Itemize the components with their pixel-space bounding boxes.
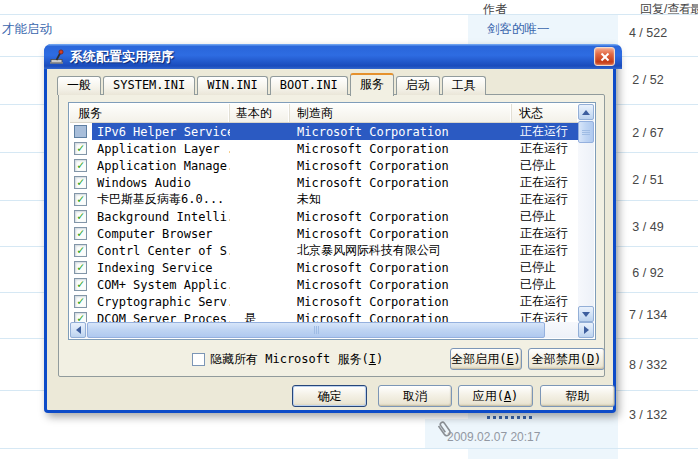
service-checkbox-checked[interactable]: ✓	[74, 176, 87, 189]
dialog-titlebar[interactable]: 系统配置实用程序	[44, 44, 622, 69]
replies-views-value: 2 / 51	[612, 173, 684, 187]
services-list[interactable]: 服务 基本的 制造商 状态 IPv6 Helper ServiceMicroso…	[68, 102, 596, 340]
service-manufacturer: Microsoft Corporation	[290, 176, 512, 190]
service-row-main[interactable]: Windows AudioMicrosoft Corporation正在运行	[92, 174, 578, 191]
arrow-left-icon	[76, 326, 81, 334]
service-row[interactable]: ✓Contrl Center of S...北京暴风网际科技有限公司正在运行	[70, 242, 578, 259]
author-link[interactable]: 剑客的唯一	[487, 21, 550, 38]
replies-views-value: 8 / 332	[612, 358, 684, 372]
service-checkbox-checked[interactable]: ✓	[74, 278, 87, 291]
replies-views-value: 2 / 52	[612, 73, 684, 87]
service-row[interactable]: ✓卡巴斯基反病毒6.0...未知正在运行	[70, 191, 578, 208]
scroll-up-button[interactable]	[578, 104, 594, 120]
hide-microsoft-services-checkbox[interactable]	[192, 353, 205, 366]
tab-boot-ini[interactable]: BOOT.INI	[270, 76, 348, 95]
service-row[interactable]: ✓Application Layer ...Microsoft Corporat…	[70, 140, 578, 157]
scroll-left-button[interactable]	[70, 322, 86, 338]
service-checkbox-checked[interactable]: ✓	[74, 244, 87, 257]
service-checkbox-checked[interactable]: ✓	[74, 159, 87, 172]
service-name: Application Layer ...	[92, 142, 230, 156]
service-status: 已停止	[512, 259, 578, 276]
arrow-right-icon	[584, 326, 589, 334]
service-checkbox-zone: ✓	[70, 210, 92, 223]
service-row-main[interactable]: Cryptographic Serv...Microsoft Corporati…	[92, 293, 578, 310]
service-name: Background Intelli...	[92, 210, 230, 224]
service-checkbox-unchecked[interactable]	[74, 125, 87, 138]
service-row-main[interactable]: COM+ System Applic...Microsoft Corporati…	[92, 276, 578, 293]
horizontal-scroll-thumb[interactable]	[87, 322, 545, 338]
service-name: 卡巴斯基反病毒6.0...	[92, 191, 230, 208]
horizontal-scrollbar[interactable]	[70, 322, 594, 338]
partially-hidden-author-link[interactable]	[487, 416, 533, 419]
service-row[interactable]: ✓Cryptographic Serv...Microsoft Corporat…	[70, 293, 578, 310]
service-manufacturer: Microsoft Corporation	[290, 295, 512, 309]
service-row-main[interactable]: IPv6 Helper ServiceMicrosoft Corporation…	[92, 123, 578, 140]
tab-启动[interactable]: 启动	[396, 76, 440, 95]
service-manufacturer: Microsoft Corporation	[290, 278, 512, 292]
service-row-main[interactable]: Computer BrowserMicrosoft Corporation正在运…	[92, 225, 578, 242]
forum-header-author: 作者	[483, 1, 507, 18]
service-status: 正在运行	[512, 191, 578, 208]
service-checkbox-zone: ✓	[70, 278, 92, 291]
service-row-main[interactable]: Contrl Center of S...北京暴风网际科技有限公司正在运行	[92, 242, 578, 259]
service-checkbox-checked[interactable]: ✓	[74, 210, 87, 223]
service-row-main[interactable]: Application Layer ...Microsoft Corporati…	[92, 140, 578, 157]
screen: 作者 回复/查看 最后发表 才能启动 剑客的唯一 4 / 5222 / 522 …	[0, 0, 698, 459]
service-row[interactable]: ✓Background Intelli...Microsoft Corporat…	[70, 208, 578, 225]
msconfig-dialog: 系统配置实用程序 一般SYSTEM.INIWIN.INIBOOT.INI服务启动…	[44, 44, 616, 413]
service-name: Application Manage...	[92, 159, 230, 173]
tab-win-ini[interactable]: WIN.INI	[197, 76, 268, 95]
tab-工具[interactable]: 工具	[442, 76, 486, 95]
close-button[interactable]	[594, 47, 615, 66]
service-manufacturer: Microsoft Corporation	[290, 159, 512, 173]
replies-views-value: 3 / 132	[612, 408, 684, 422]
service-checkbox-checked[interactable]: ✓	[74, 142, 87, 155]
tab-服务[interactable]: 服务	[350, 73, 394, 96]
close-icon	[600, 52, 610, 62]
service-row-main[interactable]: Application Manage...Microsoft Corporati…	[92, 157, 578, 174]
service-row[interactable]: ✓Computer BrowserMicrosoft Corporation正在…	[70, 225, 578, 242]
service-status: 正在运行	[512, 140, 578, 157]
service-checkbox-checked[interactable]: ✓	[74, 227, 87, 240]
service-name: Contrl Center of S...	[92, 244, 230, 258]
service-row[interactable]: ✓COM+ System Applic...Microsoft Corporat…	[70, 276, 578, 293]
service-row[interactable]: ✓Windows AudioMicrosoft Corporation正在运行	[70, 174, 578, 191]
service-row-main[interactable]: Indexing ServiceMicrosoft Corporation已停止	[92, 259, 578, 276]
scroll-down-button[interactable]	[578, 306, 594, 322]
tab-一般[interactable]: 一般	[57, 76, 101, 95]
column-header-essential[interactable]: 基本的	[230, 104, 290, 122]
service-checkbox-checked[interactable]: ✓	[74, 261, 87, 274]
service-manufacturer: Microsoft Corporation	[290, 210, 512, 224]
replies-views-value: 7 / 134	[612, 308, 684, 322]
cancel-button[interactable]: 取消	[378, 385, 452, 407]
service-checkbox-zone	[70, 125, 92, 138]
column-header-service[interactable]: 服务	[70, 104, 230, 122]
service-manufacturer: Microsoft Corporation	[290, 125, 512, 139]
vertical-scrollbar[interactable]	[578, 104, 594, 322]
enable-all-button[interactable]: 全部启用(E)	[450, 348, 522, 370]
service-row[interactable]: ✓Indexing ServiceMicrosoft Corporation已停…	[70, 259, 578, 276]
service-checkbox-zone: ✓	[70, 295, 92, 308]
column-header-status[interactable]: 状态	[512, 104, 578, 122]
thread-title-link-fragment[interactable]: 才能启动	[2, 21, 52, 38]
vertical-scroll-thumb[interactable]	[578, 121, 594, 143]
service-row[interactable]: ✓Application Manage...Microsoft Corporat…	[70, 157, 578, 174]
column-header-manufacturer[interactable]: 制造商	[290, 104, 512, 122]
forum-row-separator	[0, 14, 698, 15]
apply-button[interactable]: 应用(A)	[458, 385, 533, 407]
service-row-main[interactable]: 卡巴斯基反病毒6.0...未知正在运行	[92, 191, 578, 208]
service-manufacturer: Microsoft Corporation	[290, 261, 512, 275]
ok-button[interactable]: 确定	[292, 385, 367, 407]
service-checkbox-checked[interactable]: ✓	[74, 295, 87, 308]
tab-system-ini[interactable]: SYSTEM.INI	[103, 76, 195, 95]
service-name: Computer Browser	[92, 227, 230, 241]
services-list-header: 服务 基本的 制造商 状态	[70, 104, 578, 123]
service-row-main[interactable]: Background Intelli...Microsoft Corporati…	[92, 208, 578, 225]
service-name: Indexing Service	[92, 261, 230, 275]
scroll-right-button[interactable]	[578, 322, 594, 338]
disable-all-button[interactable]: 全部禁用(D)	[528, 348, 605, 370]
service-status: 正在运行	[512, 123, 578, 140]
help-button[interactable]: 帮助	[540, 385, 615, 407]
service-checkbox-checked[interactable]: ✓	[74, 193, 87, 206]
service-row[interactable]: IPv6 Helper ServiceMicrosoft Corporation…	[70, 123, 578, 140]
